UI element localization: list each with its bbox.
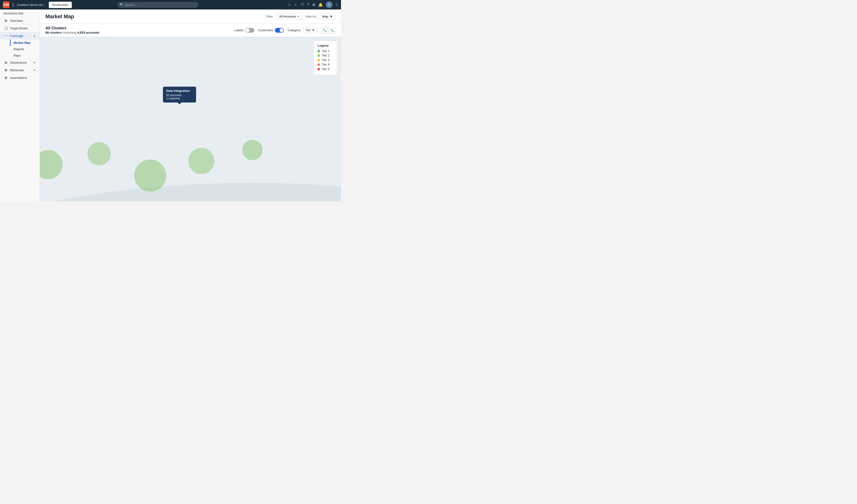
- cluster-subtitle: 88 clusters containing 4,635 accounts: [46, 31, 99, 34]
- search-container: 🔍: [118, 2, 198, 8]
- labels-toggle-group: Labels: [234, 28, 254, 33]
- legend-item-tier1: Tier 1: [318, 49, 333, 53]
- zoom-controls: 🔍 🔍: [321, 27, 335, 34]
- target-books-icon: 📋: [4, 26, 8, 30]
- app-label: Gradient Works Bo...: [17, 3, 46, 6]
- main-layout: BOOKBUILDER ⊞ Overview 📋 Target Books 〰 …: [0, 10, 341, 201]
- sidebar-item-reps[interactable]: Reps: [10, 52, 39, 59]
- legend: Legend Tier 1 Tier 2 Tier 3 Tier 4: [314, 41, 337, 75]
- svg-point-5: [40, 150, 63, 179]
- filter-label: Filter:: [266, 15, 274, 18]
- avatar[interactable]: U: [326, 1, 333, 8]
- legend-item-tier3: Tier 3: [318, 58, 333, 62]
- star-icon[interactable]: ☆: [288, 3, 291, 7]
- legend-item-tier5: Tier 5: [318, 67, 333, 71]
- sidebar-label-retrievals: Retrievals: [10, 68, 24, 72]
- labels-text: Labels: [234, 29, 243, 32]
- sidebar-label-distributions: Distributions: [10, 61, 27, 64]
- sidebar-item-retrievals[interactable]: ⊞ Retrievals ▼: [0, 66, 39, 74]
- legend-item-tier4: Tier 4: [318, 63, 333, 66]
- accounts-count: 4,635 accounts: [77, 31, 99, 34]
- svg-point-6: [87, 142, 111, 166]
- category-arrow-icon: ▼: [312, 29, 315, 32]
- zoom-in-button[interactable]: 🔍: [321, 27, 328, 34]
- help-icon[interactable]: ?: [307, 3, 309, 7]
- sidebar-item-overview[interactable]: ⊞ Overview: [0, 17, 39, 24]
- reports-label: Reports: [14, 47, 24, 51]
- zoom-out-button[interactable]: 🔍: [329, 27, 335, 34]
- filter-select[interactable]: All Accounts ▼: [276, 13, 302, 20]
- coverage-submenu: Market Map Reports Reps: [0, 39, 39, 59]
- sidebar-label-overview: Overview: [10, 19, 23, 22]
- shield-icon[interactable]: 🛡: [301, 3, 304, 7]
- tier5-dot: [318, 68, 320, 70]
- top-nav: GW ⣿ Gradient Works Bo... Bookbuilder 🔍 …: [0, 0, 341, 10]
- tier2-label: Tier 2: [322, 54, 330, 57]
- top-nav-right: ☆ ＋ 🛡 ? ⚙ 🔔 U ✎: [288, 1, 338, 8]
- page-header-right: Filter: All Accounts ▼ View As: Map ▼: [266, 13, 335, 20]
- sidebar-label-automations: Automations: [10, 76, 27, 80]
- sidebar-item-distributions[interactable]: ⊞ Distributions ▼: [0, 59, 39, 66]
- sidebar-item-market-map[interactable]: Market Map: [10, 39, 39, 46]
- sidebar-section-label: BOOKBUILDER: [0, 12, 39, 17]
- customers-toggle-group: Customers: [258, 28, 284, 33]
- tier2-dot: [318, 54, 320, 57]
- view-arrow-icon: ▼: [330, 15, 333, 18]
- sidebar-item-coverage[interactable]: 〰 Coverage ▲: [0, 32, 39, 39]
- tier3-dot: [318, 59, 320, 61]
- tier1-dot: [318, 50, 320, 52]
- coverage-icon: 〰: [4, 34, 8, 38]
- grid-icon[interactable]: ⣿: [12, 3, 15, 7]
- tier1-label: Tier 1: [322, 49, 330, 53]
- page-header: Market Map Filter: All Accounts ▼ View A…: [40, 10, 341, 24]
- retrievals-icon: ⊞: [4, 68, 8, 72]
- clusters-count: 88 clusters: [46, 31, 62, 34]
- distributions-icon: ⊞: [4, 61, 8, 65]
- market-map-label: Market Map: [14, 41, 31, 45]
- filter-value: All Accounts: [279, 15, 296, 18]
- legend-item-tier2: Tier 2: [318, 54, 333, 57]
- sidebar-label-coverage: Coverage: [10, 34, 23, 38]
- sidebar: BOOKBUILDER ⊞ Overview 📋 Target Books 〰 …: [0, 10, 40, 201]
- app-logo: GW: [3, 1, 10, 8]
- tier5-label: Tier 5: [322, 67, 330, 71]
- sidebar-item-automations[interactable]: ⊞ Automations: [0, 74, 39, 81]
- sidebar-item-target-books[interactable]: 📋 Target Books: [0, 24, 39, 32]
- view-as-label: View As:: [305, 15, 317, 18]
- sidebar-item-reports[interactable]: Reports: [10, 46, 39, 52]
- tier4-label: Tier 4: [322, 63, 330, 66]
- bookbuilder-tab[interactable]: Bookbuilder: [49, 2, 72, 8]
- search-icon: 🔍: [120, 3, 123, 6]
- search-input[interactable]: [118, 2, 198, 8]
- page-title: Market Map: [46, 14, 74, 20]
- customers-toggle[interactable]: [275, 28, 284, 33]
- view-select[interactable]: Map ▼: [320, 13, 335, 20]
- svg-point-8: [188, 148, 215, 174]
- pencil-icon[interactable]: ✎: [335, 3, 338, 6]
- cluster-info: All Clusters 88 clusters containing 4,63…: [46, 26, 99, 34]
- map-svg: ✕: [40, 37, 341, 201]
- category-select[interactable]: Tier ▼: [303, 27, 317, 33]
- plus-icon[interactable]: ＋: [294, 2, 298, 7]
- category-label: Category:: [288, 29, 301, 32]
- legend-title: Legend: [318, 44, 333, 47]
- labels-toggle[interactable]: [245, 28, 254, 33]
- svg-point-7: [134, 159, 167, 192]
- svg-point-0: [40, 183, 341, 201]
- distributions-chevron: ▼: [33, 61, 36, 64]
- category-group: Category: Tier ▼: [288, 27, 317, 33]
- view-value: Map: [322, 15, 328, 18]
- sidebar-label-target-books: Target Books: [10, 27, 28, 30]
- reps-label: Reps: [14, 54, 21, 57]
- gear-icon[interactable]: ⚙: [312, 3, 316, 7]
- tier4-dot: [318, 64, 320, 66]
- bell-icon[interactable]: 🔔: [318, 3, 323, 7]
- coverage-chevron: ▲: [33, 34, 36, 37]
- main-content: Market Map Filter: All Accounts ▼ View A…: [40, 10, 341, 201]
- filter-arrow-icon: ▼: [297, 15, 300, 18]
- containing-text: containing: [63, 31, 77, 34]
- tier3-label: Tier 3: [322, 58, 330, 62]
- map-area[interactable]: ✕ Data Integration 92 accounts 1 custome…: [40, 37, 341, 201]
- cluster-title: All Clusters: [46, 26, 99, 30]
- cluster-controls: Labels Customers Category: Tier ▼ 🔍 �: [234, 27, 335, 34]
